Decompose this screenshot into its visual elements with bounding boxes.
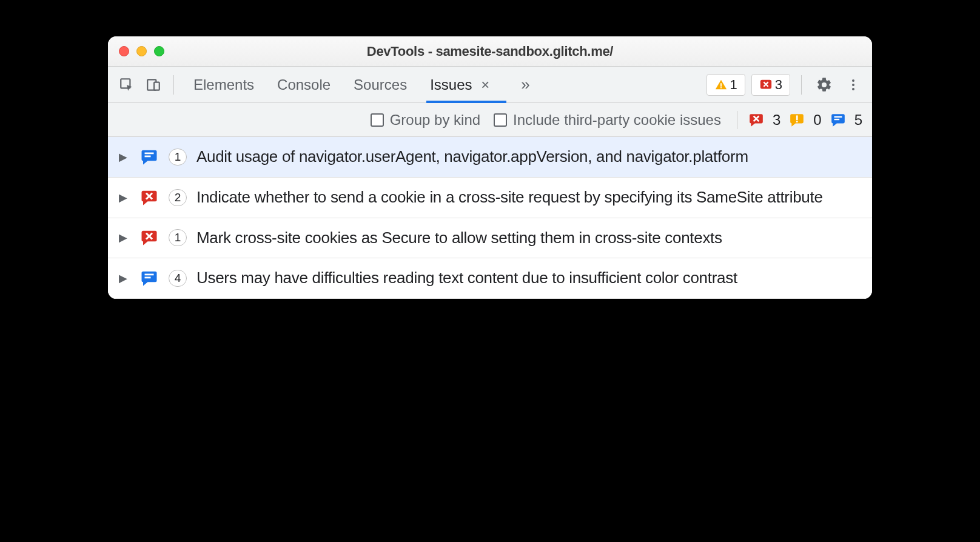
error-bubble-icon (139, 188, 159, 207)
group-by-kind-label: Group by kind (390, 112, 480, 129)
issues-options-bar: Group by kind Include third-party cookie… (108, 103, 872, 137)
titlebar: DevTools - samesite-sandbox.glitch.me/ (108, 36, 872, 67)
svg-rect-9 (796, 115, 798, 120)
disclosure-triangle-icon[interactable]: ▶ (119, 191, 130, 204)
warnings-badge[interactable]: 1 (706, 74, 745, 96)
svg-rect-13 (145, 152, 154, 154)
info-bubble-icon (139, 269, 159, 288)
disclosure-triangle-icon[interactable]: ▶ (119, 272, 130, 285)
issue-row[interactable]: ▶2Indicate whether to send a cookie in a… (108, 178, 872, 218)
error-bubble-icon (748, 112, 764, 128)
include-third-party-label: Include third-party cookie issues (513, 112, 721, 129)
svg-rect-16 (145, 277, 151, 279)
issues-list: ▶1Audit usage of navigator.userAgent, na… (108, 137, 872, 299)
issue-title: Audit usage of navigator.userAgent, navi… (196, 147, 748, 167)
errors-count: 3 (775, 77, 782, 93)
issue-row[interactable]: ▶4Users may have difficulties reading te… (108, 258, 872, 299)
svg-rect-15 (145, 274, 154, 276)
maximize-window-button[interactable] (154, 46, 164, 56)
error-bubble-icon (139, 228, 159, 247)
issue-kind-counts: 3 0 5 (734, 111, 862, 129)
tab-elements[interactable]: Elements (191, 68, 257, 102)
issue-count-badge: 1 (169, 149, 187, 166)
warnings-count: 1 (730, 77, 737, 93)
svg-rect-4 (720, 87, 722, 88)
toolbar-divider (173, 75, 174, 95)
device-toggle-icon[interactable] (142, 73, 165, 96)
warning-count: 0 (813, 112, 821, 129)
panel-tabs: Elements Console Sources Issues × » (191, 68, 530, 102)
svg-point-8 (852, 88, 854, 90)
checkbox-icon (494, 113, 507, 127)
svg-rect-10 (796, 121, 798, 122)
svg-rect-11 (834, 116, 842, 117)
minimize-window-button[interactable] (136, 46, 147, 56)
svg-point-7 (852, 84, 854, 86)
disclosure-triangle-icon[interactable]: ▶ (119, 231, 130, 244)
toolbar-right: 1 3 (706, 73, 865, 96)
svg-rect-12 (834, 118, 839, 119)
inspect-element-icon[interactable] (115, 73, 138, 96)
svg-rect-3 (720, 83, 722, 87)
disclosure-triangle-icon[interactable]: ▶ (119, 150, 130, 164)
issue-count-badge: 1 (169, 229, 187, 246)
svg-rect-14 (145, 155, 151, 157)
settings-icon[interactable] (813, 73, 836, 96)
warning-bubble-icon (789, 112, 805, 128)
tab-console[interactable]: Console (275, 68, 333, 102)
issue-count-badge: 4 (169, 270, 187, 287)
group-by-kind-checkbox[interactable]: Group by kind (371, 112, 480, 129)
issue-title: Users may have difficulties reading text… (196, 268, 737, 289)
issue-title: Mark cross-site cookies as Secure to all… (196, 228, 722, 249)
devtools-window: DevTools - samesite-sandbox.glitch.me/ E… (108, 36, 872, 299)
more-tabs-icon[interactable]: » (521, 75, 529, 94)
traffic-lights (119, 46, 164, 56)
errors-badge[interactable]: 3 (751, 74, 790, 96)
info-bubble-icon (830, 112, 846, 128)
toolbar-divider-2 (801, 75, 802, 95)
close-tab-icon[interactable]: × (481, 76, 489, 93)
close-window-button[interactable] (119, 46, 129, 56)
info-bubble-icon (139, 147, 159, 167)
svg-point-6 (852, 79, 854, 82)
tab-issues[interactable]: Issues × (428, 68, 492, 102)
tab-sources[interactable]: Sources (351, 68, 409, 102)
checkbox-icon (371, 113, 384, 127)
include-third-party-checkbox[interactable]: Include third-party cookie issues (494, 112, 721, 129)
error-count: 3 (773, 112, 780, 129)
tab-issues-label: Issues (430, 76, 472, 93)
window-title: DevTools - samesite-sandbox.glitch.me/ (108, 44, 872, 59)
kebab-menu-icon[interactable] (842, 73, 865, 96)
issue-count-badge: 2 (169, 189, 187, 206)
info-count: 5 (854, 112, 862, 129)
issue-row[interactable]: ▶1Mark cross-site cookies as Secure to a… (108, 218, 872, 259)
issue-title: Indicate whether to send a cookie in a c… (196, 187, 823, 208)
svg-rect-2 (154, 82, 159, 90)
main-toolbar: Elements Console Sources Issues × » 1 3 (108, 67, 872, 103)
issue-row[interactable]: ▶1Audit usage of navigator.userAgent, na… (108, 137, 872, 178)
